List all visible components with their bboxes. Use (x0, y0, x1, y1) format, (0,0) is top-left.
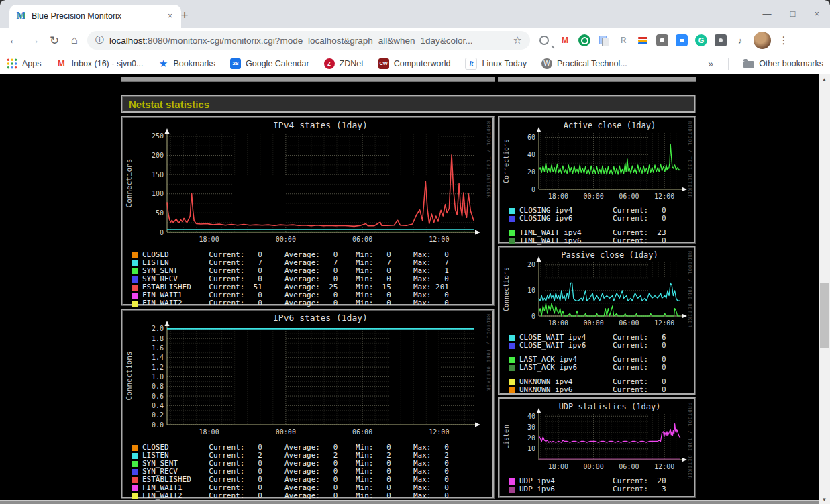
wordpress-icon: W (541, 58, 552, 69)
legend-swatch (509, 208, 515, 214)
bookmark-zdnet[interactable]: z ZDNet (324, 58, 364, 69)
zoom-extension-icon[interactable] (676, 34, 688, 46)
new-tab-button[interactable]: + (176, 7, 193, 24)
legend-swatch (509, 365, 515, 371)
svg-text:Connections: Connections (125, 352, 134, 401)
browser-menu-icon[interactable]: ⋮ (778, 34, 789, 46)
bookmark-bookmarks[interactable]: ★ Bookmarks (158, 58, 216, 69)
voice-extension-icon[interactable] (578, 34, 590, 46)
legend-row: UNKNOWN ipv6 Current: 0 (509, 386, 694, 394)
chart-box-ipv4-states[interactable]: RRDTOOL / TOBI OETIKER 05010015020025018… (121, 116, 495, 306)
svg-text:150: 150 (152, 171, 164, 179)
url-path: :8080/monitorix-cgi/monitorix.cgi?mode=l… (145, 36, 472, 46)
playlist-extension-icon[interactable]: ♪ (734, 34, 746, 46)
reload-button[interactable]: ↻ (44, 30, 64, 50)
legend-swatch (509, 357, 515, 363)
bookmark-google-calendar[interactable]: 28 Google Calendar (230, 58, 309, 69)
bookmark-computerworld[interactable]: CW Computerworld (378, 58, 451, 69)
series-last-ack-ipv4 (539, 303, 680, 316)
legend-swatch (132, 469, 138, 475)
svg-text:00:00: 00:00 (276, 236, 296, 243)
extensions-puzzle-icon[interactable] (715, 34, 727, 46)
svg-text:12:00: 12:00 (654, 319, 674, 327)
url-text[interactable]: localhost:8080/monitorix-cgi/monitorix.c… (109, 36, 508, 46)
browser-window: M Blue Precision Monitorix × + — □ × ← →… (0, 0, 830, 504)
legend-swatch (132, 252, 138, 258)
pocket-extension-icon[interactable] (656, 34, 668, 46)
address-bar[interactable]: ⓘ localhost:8080/monitorix-cgi/monitorix… (87, 31, 530, 50)
legend-text: LAST_ACK ipv6 Current: 0 (519, 364, 666, 372)
chart-legend: CLOSED Current: 0 Average: 0 Min: 0 Max:… (124, 444, 492, 500)
legend-swatch (132, 493, 138, 499)
svg-text:Connections: Connections (503, 139, 510, 183)
close-button[interactable]: × (814, 9, 819, 19)
svg-text:1.0: 1.0 (152, 373, 164, 381)
svg-text:12:00: 12:00 (654, 463, 674, 470)
rrdtool-watermark: RRDTOOL / TOBI OETIKER (687, 403, 692, 480)
home-button[interactable]: ⌂ (64, 30, 85, 50)
bookmark-label: Inbox (16) - sjvn0... (72, 59, 144, 68)
maximize-button[interactable]: □ (790, 9, 796, 19)
next-section-box-edge (0, 500, 819, 504)
chart-legend: UDP ipv4 Current: 20UDP ipv6 Current: 3 (501, 477, 694, 493)
bookmark-practical-technology[interactable]: W Practical Technol... (541, 58, 627, 69)
scroll-up-icon[interactable]: ▲ (822, 77, 827, 83)
svg-text:1.6: 1.6 (152, 344, 164, 352)
svg-text:20: 20 (527, 434, 535, 442)
bookmark-linux-today[interactable]: lt Linux Today (465, 58, 527, 70)
svg-text:2.0: 2.0 (152, 325, 164, 332)
legend-swatch (509, 335, 515, 341)
chart-box-udp-statistics[interactable]: RRDTOOL / TOBI OETIKER 1020304018:0000:0… (498, 397, 696, 498)
chart-box-active-close[interactable]: RRDTOOL / TOBI OETIKER 020406018:0000:00… (498, 116, 696, 244)
reader-extension-icon[interactable]: R (617, 34, 629, 46)
svg-text:06:00: 06:00 (619, 463, 639, 470)
legend-swatch (509, 487, 515, 493)
other-bookmarks[interactable]: Other bookmarks (743, 59, 823, 68)
gmail-extension-icon[interactable]: M (559, 34, 571, 46)
legend-swatch (132, 268, 138, 274)
svg-text:50: 50 (156, 209, 164, 217)
tab-title: Blue Precision Monitorix (32, 11, 160, 21)
svg-text:Listen: Listen (503, 425, 510, 449)
forward-button[interactable]: → (24, 30, 44, 50)
legend-row: CLOSING ipv6 Current: 0 (509, 215, 694, 223)
chart-legend: CLOSE_WAIT ipv4 Current: 6CLOSE_WAIT ipv… (501, 334, 694, 394)
page-info-icon[interactable]: ⓘ (95, 34, 104, 46)
legend-text: CLOSE_WAIT ipv6 Current: 0 (519, 342, 666, 350)
tab-strip: M Blue Precision Monitorix × + — □ × (0, 0, 830, 28)
svg-text:12:00: 12:00 (429, 428, 449, 436)
scrollbar-thumb[interactable] (820, 283, 829, 348)
chart-box-passive-close[interactable]: RRDTOOL / TOBI OETIKER 0102018:0000:0006… (498, 246, 696, 395)
bookmark-star-icon[interactable]: ☆ (513, 34, 522, 46)
browser-tab[interactable]: M Blue Precision Monitorix × (9, 5, 181, 28)
svg-text:100: 100 (152, 190, 164, 197)
extensions-row: M R G ♪ ⋮ (539, 32, 789, 49)
previous-section-box-edge (121, 77, 495, 82)
tab-close-icon[interactable]: × (165, 10, 175, 22)
profile-avatar[interactable] (754, 32, 771, 49)
copy-docs-extension-icon[interactable] (598, 34, 610, 46)
svg-text:20: 20 (527, 168, 535, 176)
back-button[interactable]: ← (4, 30, 24, 50)
chart-legend: CLOSING ipv4 Current: 0CLOSING ipv6 Curr… (501, 207, 694, 245)
legend-text: TIME_WAIT ipv6 Current: 0 (519, 237, 666, 245)
legend-swatch (509, 230, 515, 236)
svg-text:0.8: 0.8 (152, 383, 164, 390)
svg-text:Active close (1day): Active close (1day) (564, 121, 656, 130)
chart-svg-active: 020406018:0000:0006:0012:00Active close … (501, 119, 692, 204)
search-extension-icon[interactable] (539, 34, 552, 46)
minimize-button[interactable]: — (763, 9, 772, 19)
series-udp-ipv4 (539, 424, 680, 443)
grammarly-extension-icon[interactable]: G (695, 34, 707, 46)
legend-row: FIN_WAIT2 Current: 0 Average: 0 Min: 0 M… (132, 492, 492, 500)
chart-box-ipv6-states[interactable]: RRDTOOL / TOBI OETIKER 0.00.20.40.60.81.… (121, 309, 495, 499)
svg-text:0.0: 0.0 (152, 421, 164, 429)
window-controls: — □ × (763, 0, 819, 28)
bookmark-label: Apps (22, 59, 42, 68)
bookmark-apps[interactable]: Apps (7, 58, 42, 69)
bookmarks-overflow-icon[interactable]: » (708, 58, 713, 69)
svg-text:18:00: 18:00 (199, 236, 219, 243)
scroll-down-icon[interactable]: ▼ (822, 497, 827, 503)
library-extension-icon[interactable] (637, 34, 649, 46)
bookmark-inbox[interactable]: M Inbox (16) - sjvn0... (56, 58, 144, 69)
